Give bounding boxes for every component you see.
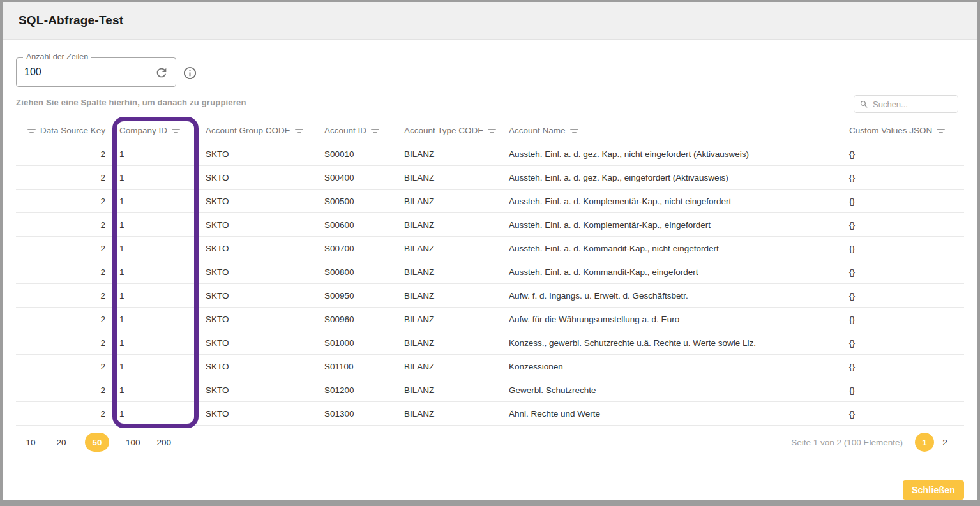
cell-customValuesJson: {} xyxy=(842,308,964,331)
cell-accountName: Aussteh. Einl. a. d. Kommandit-Kap., nic… xyxy=(502,237,842,260)
page-number-1[interactable]: 1 xyxy=(915,433,934,452)
column-header-label: Account Group CODE xyxy=(206,126,290,135)
cell-companyId: 1 xyxy=(112,237,199,260)
column-header-accountGroupCode[interactable]: Account Group CODE xyxy=(199,119,317,142)
filter-icon[interactable] xyxy=(371,128,379,133)
page-size-option-100[interactable]: 100 xyxy=(126,433,140,452)
column-header-accountTypeCode[interactable]: Account Type CODE xyxy=(397,119,502,142)
column-header-label: Data Source Key xyxy=(40,126,105,135)
column-header-label: Company ID xyxy=(119,126,167,135)
cell-accountName: Ähnl. Rechte und Werte xyxy=(502,402,842,425)
cell-customValuesJson: {} xyxy=(842,355,964,378)
filter-icon[interactable] xyxy=(172,128,180,133)
table-row[interactable]: 21SKTOS00500BILANZAussteh. Einl. a. d. K… xyxy=(16,190,964,213)
table-row[interactable]: 21SKTOS00960BILANZAufw. für die Währungs… xyxy=(16,308,964,331)
pager: Seite 1 von 2 (100 Elemente) 12 xyxy=(791,433,954,452)
cell-dataSourceKey: 2 xyxy=(16,308,112,331)
cell-accountGroupCode: SKTO xyxy=(199,378,317,401)
filter-icon[interactable] xyxy=(570,128,578,133)
cell-dataSourceKey: 2 xyxy=(16,166,112,189)
table-row[interactable]: 21SKTOS00700BILANZAussteh. Einl. a. d. K… xyxy=(16,237,964,260)
table-row[interactable]: 21SKTOS00800BILANZAussteh. Einl. a. d. K… xyxy=(16,260,964,284)
cell-accountTypeCode: BILANZ xyxy=(397,355,502,378)
cell-accountTypeCode: BILANZ xyxy=(397,166,502,189)
cell-accountId: S01000 xyxy=(317,331,397,354)
table-row[interactable]: 21SKTOS01000BILANZKonzess., gewerbl. Sch… xyxy=(16,331,964,355)
table-row[interactable]: 21SKTOS00600BILANZAussteh. Einl. a. d. K… xyxy=(16,213,964,237)
page-size-option-20[interactable]: 20 xyxy=(54,433,68,452)
cell-customValuesJson: {} xyxy=(842,402,964,425)
page-numbers: 12 xyxy=(914,433,954,452)
cell-accountGroupCode: SKTO xyxy=(199,237,317,260)
filter-icon[interactable] xyxy=(488,128,496,133)
cell-dataSourceKey: 2 xyxy=(16,237,112,260)
table-row[interactable]: 21SKTOS01200BILANZGewerbl. Schutzrechte{… xyxy=(16,378,964,402)
cell-accountGroupCode: SKTO xyxy=(199,190,317,212)
cell-customValuesJson: {} xyxy=(842,190,964,212)
cell-accountName: Aussteh. Einl. a. d. Komplementär-Kap., … xyxy=(502,190,842,212)
cell-accountGroupCode: SKTO xyxy=(199,260,317,283)
close-button[interactable]: Schließen xyxy=(903,480,964,500)
refresh-icon[interactable] xyxy=(154,65,169,80)
table-row[interactable]: 21SKTOS01300BILANZÄhnl. Rechte und Werte… xyxy=(16,402,964,426)
cell-customValuesJson: {} xyxy=(842,142,964,165)
column-header-accountName[interactable]: Account Name xyxy=(502,119,842,142)
cell-accountGroupCode: SKTO xyxy=(199,213,317,236)
cell-companyId: 1 xyxy=(112,331,199,354)
cell-customValuesJson: {} xyxy=(842,331,964,354)
row-count-input[interactable] xyxy=(17,66,144,78)
column-header-customValuesJson[interactable]: Custom Values JSON xyxy=(842,119,964,142)
cell-accountTypeCode: BILANZ xyxy=(397,378,502,401)
cell-dataSourceKey: 2 xyxy=(16,355,112,378)
cell-accountId: S01100 xyxy=(317,355,397,378)
cell-accountGroupCode: SKTO xyxy=(199,355,317,378)
table-row[interactable]: 21SKTOS00950BILANZAufw. f. d. Ingangs. u… xyxy=(16,284,964,308)
cell-companyId: 1 xyxy=(112,166,199,189)
cell-accountId: S00950 xyxy=(317,284,397,307)
cell-dataSourceKey: 2 xyxy=(16,213,112,236)
table-row[interactable]: 21SKTOS01100BILANZKonzessionen{} xyxy=(16,355,964,378)
column-header-label: Account Type CODE xyxy=(404,126,483,135)
cell-companyId: 1 xyxy=(112,213,199,236)
cell-companyId: 1 xyxy=(112,308,199,331)
row-count-field[interactable]: Anzahl der Zeilen xyxy=(16,57,176,87)
cell-dataSourceKey: 2 xyxy=(16,142,112,165)
page-size-selector: 102050100200 xyxy=(24,433,171,452)
cell-accountId: S00400 xyxy=(317,166,397,189)
cell-accountTypeCode: BILANZ xyxy=(397,331,502,354)
page-size-option-50[interactable]: 50 xyxy=(85,433,109,452)
page-size-option-200[interactable]: 200 xyxy=(157,433,172,452)
column-header-label: Account ID xyxy=(324,126,366,135)
cell-accountGroupCode: SKTO xyxy=(199,166,317,189)
column-header-accountId[interactable]: Account ID xyxy=(317,119,397,142)
cell-dataSourceKey: 2 xyxy=(16,402,112,425)
title-bar: SQL-Abfrage-Test xyxy=(3,2,977,40)
cell-companyId: 1 xyxy=(112,402,199,425)
filter-icon[interactable] xyxy=(27,128,36,133)
data-grid: Data Source KeyCompany IDAccount Group C… xyxy=(16,119,964,426)
cell-accountName: Konzessionen xyxy=(502,355,842,378)
cell-dataSourceKey: 2 xyxy=(16,260,112,283)
filter-icon[interactable] xyxy=(295,128,303,133)
search-icon xyxy=(859,100,869,109)
page-size-option-10[interactable]: 10 xyxy=(24,433,38,452)
table-row[interactable]: 21SKTOS00400BILANZAussteh. Einl. a. d. g… xyxy=(16,166,964,190)
cell-accountName: Aussteh. Einl. a. d. gez. Kap., eingefor… xyxy=(502,166,842,189)
column-header-dataSourceKey[interactable]: Data Source Key xyxy=(16,119,112,142)
info-icon[interactable] xyxy=(182,65,197,80)
column-header-companyId[interactable]: Company ID xyxy=(112,119,199,142)
cell-accountGroupCode: SKTO xyxy=(199,308,317,331)
filter-icon[interactable] xyxy=(937,128,945,133)
search-input[interactable] xyxy=(873,100,949,109)
cell-dataSourceKey: 2 xyxy=(16,378,112,401)
cell-accountName: Gewerbl. Schutzrechte xyxy=(502,378,842,401)
search-box[interactable] xyxy=(854,95,958,113)
cell-accountTypeCode: BILANZ xyxy=(397,237,502,260)
cell-accountName: Aufw. für die Währungsumstellung a. d. E… xyxy=(502,308,842,331)
cell-accountTypeCode: BILANZ xyxy=(397,213,502,236)
table-row[interactable]: 21SKTOS00010BILANZAussteh. Einl. a. d. g… xyxy=(16,142,964,166)
column-header-label: Custom Values JSON xyxy=(849,126,932,135)
cell-customValuesJson: {} xyxy=(842,237,964,260)
page-number-2[interactable]: 2 xyxy=(935,433,954,452)
cell-accountId: S01300 xyxy=(317,402,397,425)
